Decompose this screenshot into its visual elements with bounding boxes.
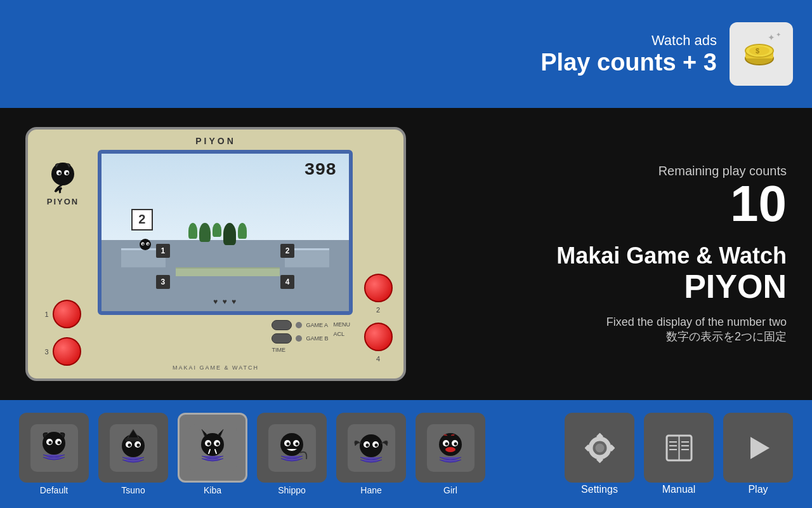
action-wrapper-manual: Manual bbox=[644, 413, 714, 495]
char-wrapper-default: Default bbox=[19, 413, 89, 495]
svg-point-22 bbox=[57, 441, 60, 444]
game-a-dot bbox=[296, 322, 302, 328]
char-icon-shippo bbox=[268, 424, 316, 472]
char-label-tsuno: Tsuno bbox=[121, 485, 145, 495]
svg-rect-26 bbox=[125, 438, 141, 441]
marker-1: 1 bbox=[156, 244, 170, 258]
svg-point-11 bbox=[66, 172, 69, 175]
piyon-label: PIYON bbox=[47, 197, 79, 206]
svg-point-66 bbox=[595, 443, 604, 452]
game-device: PIYON bbox=[25, 127, 406, 381]
svg-text:✦: ✦ bbox=[776, 32, 781, 38]
svg-point-10 bbox=[58, 172, 61, 175]
game-a-button[interactable] bbox=[272, 320, 292, 330]
play-icon bbox=[741, 431, 776, 465]
coin-button[interactable]: ✦ ✦ $ bbox=[730, 22, 793, 86]
fix-note-en: Fixed the display of the number two bbox=[444, 316, 787, 329]
game-title-section: Makai Game & Watch PIYON bbox=[444, 242, 787, 302]
btn2-wrap: 2 bbox=[364, 274, 393, 314]
svg-point-42 bbox=[295, 442, 298, 445]
settings-label: Settings bbox=[581, 484, 618, 495]
svg-point-30 bbox=[136, 443, 140, 446]
char-button-tsuno[interactable] bbox=[98, 413, 168, 483]
book-icon bbox=[662, 431, 697, 465]
svg-point-35 bbox=[207, 442, 210, 445]
char-label-kiba: Kiba bbox=[204, 485, 221, 495]
gear-icon bbox=[582, 431, 617, 465]
marker-2: 2 bbox=[280, 244, 294, 258]
acl-label: ACL bbox=[334, 331, 351, 337]
number-badge-2: 2 bbox=[131, 209, 153, 231]
marker-3: 3 bbox=[156, 275, 170, 289]
red-button-3[interactable] bbox=[53, 337, 81, 366]
svg-point-12 bbox=[140, 239, 151, 250]
char-button-girl[interactable] bbox=[416, 413, 485, 483]
play-button[interactable] bbox=[723, 413, 793, 483]
play-label: Play bbox=[748, 484, 768, 495]
char-button-default[interactable] bbox=[19, 413, 89, 483]
red-button-4[interactable] bbox=[364, 323, 393, 351]
settings-button[interactable] bbox=[565, 413, 634, 483]
btn3-wrap: 3 bbox=[44, 337, 81, 366]
red-button-1[interactable] bbox=[53, 300, 81, 328]
menu-label: MENU bbox=[334, 321, 351, 328]
coin-icon: ✦ ✦ $ bbox=[739, 32, 783, 76]
btn4-wrap: 4 bbox=[364, 323, 393, 363]
char-button-shippo[interactable] bbox=[257, 413, 327, 483]
char-wrapper-hane: Hane bbox=[336, 413, 406, 495]
svg-point-53 bbox=[445, 442, 448, 445]
action-wrapper-play: Play bbox=[723, 413, 793, 495]
svg-point-7 bbox=[51, 163, 74, 185]
main-content: PIYON bbox=[0, 108, 812, 400]
game-a-row: GAME A bbox=[272, 320, 328, 330]
char-wrapper-kiba: Kiba bbox=[178, 413, 247, 495]
svg-text:$: $ bbox=[756, 47, 759, 55]
svg-point-55 bbox=[445, 447, 455, 452]
char-button-hane[interactable] bbox=[336, 413, 406, 483]
char-icon-kiba bbox=[189, 424, 237, 472]
device-bottom-label: MAKAI GAME & WATCH bbox=[173, 364, 259, 371]
marker-4: 4 bbox=[280, 275, 294, 289]
char-icon-hane bbox=[348, 424, 395, 472]
creature-platform-1 bbox=[136, 237, 154, 255]
device-left: PIYON 1 3 bbox=[34, 150, 91, 372]
device-right: 2 4 bbox=[359, 150, 397, 372]
svg-text:✦: ✦ bbox=[768, 32, 775, 43]
svg-point-41 bbox=[286, 442, 289, 445]
svg-point-54 bbox=[454, 442, 457, 445]
svg-point-15 bbox=[142, 243, 143, 244]
char-wrapper-girl: Girl bbox=[416, 413, 485, 495]
game-b-button[interactable] bbox=[272, 333, 292, 344]
red-button-2[interactable] bbox=[364, 274, 393, 302]
game-title-sub: PIYON bbox=[444, 270, 787, 303]
btn2-label: 2 bbox=[376, 306, 380, 314]
time-label: TIME bbox=[272, 347, 285, 353]
svg-point-21 bbox=[48, 441, 51, 444]
device-inner: PIYON 1 3 bbox=[34, 150, 397, 372]
manual-button[interactable] bbox=[644, 413, 714, 483]
bridge bbox=[176, 267, 280, 277]
char-label-shippo: Shippo bbox=[278, 485, 306, 495]
char-label-default: Default bbox=[40, 485, 68, 495]
btn1-wrap: 1 bbox=[44, 300, 81, 328]
top-banner: Watch ads Play counts + 3 ✦ ✦ $ bbox=[0, 0, 812, 108]
menu-controls: MENU ACL bbox=[334, 320, 351, 353]
remaining-count: 10 bbox=[444, 178, 787, 229]
game-a-label: GAME A bbox=[306, 322, 328, 328]
piyon-logo: PIYON bbox=[44, 156, 82, 206]
svg-point-29 bbox=[128, 443, 131, 446]
svg-marker-75 bbox=[750, 437, 769, 459]
manual-label: Manual bbox=[662, 484, 695, 495]
char-label-hane: Hane bbox=[360, 485, 381, 495]
hearts: ♥ ♥ ♥ bbox=[213, 297, 237, 306]
game-b-label: GAME B bbox=[306, 335, 328, 342]
bottom-bar: Default Tsuno bbox=[0, 400, 812, 508]
game-title-main: Makai Game & Watch bbox=[444, 242, 787, 269]
play-counts-label: Play counts + 3 bbox=[540, 49, 717, 76]
char-button-kiba[interactable] bbox=[178, 413, 247, 483]
char-icon-girl bbox=[427, 424, 475, 472]
watch-ads-label: Watch ads bbox=[540, 32, 717, 49]
device-title: PIYON bbox=[195, 136, 236, 146]
fix-note-jp: 数字の表示を2つに固定 bbox=[444, 329, 787, 344]
game-b-dot bbox=[296, 335, 302, 342]
